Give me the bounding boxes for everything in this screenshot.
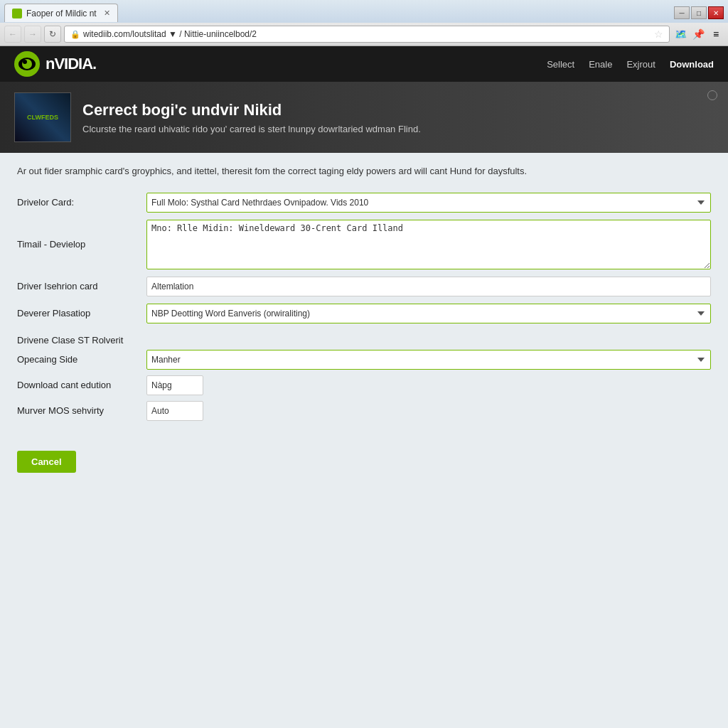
form-grid-main: Drivelor Card: Full Molo: Systhal Card N…	[17, 193, 711, 323]
maximize-button[interactable]: □	[691, 6, 707, 19]
address-bar[interactable]: 🔒 witediib.com/loutslitad ▼ / Nittie-uni…	[64, 26, 670, 43]
driver-card-select[interactable]: Full Molo: Systhal Card Nethrdaes Ovnipa…	[146, 193, 711, 213]
form-area: Ar out fider sramphic card's groyphics, …	[0, 153, 728, 435]
nvidia-brand-text: nVIDIA.	[46, 55, 96, 73]
nav-download[interactable]: Download	[670, 59, 714, 70]
nvidia-nav: Sellect Enale Exjrout Download	[547, 59, 714, 70]
nav-exjrout[interactable]: Exjrout	[626, 59, 655, 70]
forward-button[interactable]: →	[24, 26, 41, 43]
back-button[interactable]: ←	[4, 26, 21, 43]
nvidia-logo: nVIDIA.	[14, 51, 96, 77]
hero-image-text: CLWFEDS	[27, 114, 58, 121]
section-title: Drivene Clase ST Rolverit	[17, 335, 711, 346]
nav-select[interactable]: Sellect	[547, 59, 574, 70]
minimize-button[interactable]: ─	[674, 6, 690, 19]
sub-form-grid: Opecaing Side Manher Download cant eduti…	[17, 350, 711, 421]
svg-point-3	[23, 60, 27, 64]
hero-title: Cerrect bogi'c undvir Nikid	[82, 101, 421, 119]
menu-icon[interactable]: ≡	[708, 26, 724, 42]
bookmark-icon[interactable]: ☆	[654, 28, 663, 40]
nvidia-logo-icon	[14, 51, 40, 77]
hero-text: Cerrect bogi'c undvir Nikid Clcurste the…	[82, 101, 421, 134]
browser-toolbar: ← → ↻ 🔒 witediib.com/loutslitad ▼ / Nitt…	[0, 23, 728, 46]
page-content: nVIDIA. Sellect Enale Exjrout Download C…	[0, 46, 728, 728]
timail-label: Timail - Devielop	[17, 239, 138, 250]
driver-ise-label: Driver Isehrion card	[17, 281, 138, 291]
deverer-select[interactable]: NBP Deotting Word Eanveris (orwiraliting…	[146, 304, 711, 323]
murver-label: Murver MOS sehvirty	[17, 405, 138, 416]
extensions-icon[interactable]: 🗺️	[673, 26, 688, 42]
operating-label: Opecaing Side	[17, 354, 138, 365]
tab-favicon	[12, 9, 22, 18]
download-input[interactable]	[146, 375, 203, 395]
hero-circle-decoration	[707, 90, 717, 100]
timail-textarea[interactable]: Mno: Rlle Midin: Wineldeward 30-Crent Ca…	[146, 220, 711, 269]
tab-title: Faoper of Mildic nt	[26, 9, 97, 18]
refresh-button[interactable]: ↻	[44, 26, 61, 43]
address-text: witediib.com/loutslitad ▼ / Nittie-uniin…	[83, 29, 257, 39]
title-bar: Faoper of Mildic nt ✕ ─ □ ✕	[0, 0, 728, 23]
deverer-label: Deverer Plasatiop	[17, 308, 138, 318]
lock-icon: 🔒	[70, 30, 80, 39]
tab-close-button[interactable]: ✕	[104, 9, 110, 18]
driver-ise-input[interactable]	[146, 277, 711, 296]
intro-text: Ar out fider sramphic card's groyphics, …	[17, 164, 711, 178]
nav-enale[interactable]: Enale	[589, 59, 612, 70]
driver-card-label: Drivelor Card:	[17, 197, 138, 208]
browser-toolbar-icons: 🗺️ 📌 ≡	[673, 26, 724, 42]
nvidia-header: nVIDIA. Sellect Enale Exjrout Download	[0, 46, 728, 82]
hero-product-image: CLWFEDS	[14, 92, 71, 142]
cancel-button[interactable]: Cancel	[17, 451, 76, 473]
close-button[interactable]: ✕	[708, 6, 724, 19]
download-label: Download cant edution	[17, 380, 138, 390]
operating-select[interactable]: Manher	[146, 350, 711, 370]
pin-icon[interactable]: 📌	[690, 26, 706, 42]
browser-chrome: Faoper of Mildic nt ✕ ─ □ ✕ ← → ↻ 🔒 wite…	[0, 0, 728, 46]
murver-input[interactable]	[146, 401, 203, 421]
hero-banner: CLWFEDS Cerrect bogi'c undvir Nikid Clcu…	[0, 82, 728, 153]
svg-point-0	[14, 11, 20, 16]
browser-tab[interactable]: Faoper of Mildic nt ✕	[4, 4, 118, 22]
window-controls: ─ □ ✕	[674, 6, 724, 19]
bottom-bar: Cancel	[0, 435, 728, 484]
hero-subtitle: Clcurste the reard uhivatic rido you' ca…	[82, 124, 421, 134]
